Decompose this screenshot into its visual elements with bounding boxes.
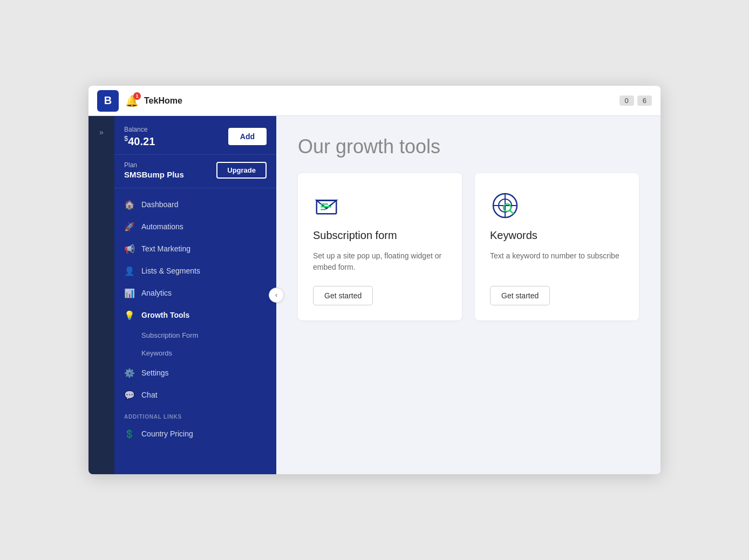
sidebar-subitem-keywords[interactable]: Keywords — [114, 344, 276, 362]
sidebar-item-lists-segments[interactable]: 👤 Lists & Segments — [114, 260, 276, 282]
subscription-form-card-icon — [313, 190, 343, 221]
subitem-label-keywords: Keywords — [141, 349, 172, 357]
add-balance-button[interactable]: Add — [228, 128, 267, 145]
bell-icon-wrap[interactable]: 🔔 1 — [125, 94, 139, 107]
sidebar-item-settings[interactable]: ⚙️ Settings — [114, 362, 276, 384]
sidebar-item-country-pricing[interactable]: 💲 Country Pricing — [114, 423, 276, 445]
sidebar-item-label-automations: Automations — [141, 222, 183, 231]
lists-segments-icon: 👤 — [124, 266, 135, 276]
plan-section: Plan SMSBump Plus Upgrade — [114, 155, 276, 188]
country-pricing-icon: 💲 — [124, 429, 135, 439]
narrow-sidebar: » — [88, 116, 114, 474]
plan-name: SMSBump Plus — [124, 170, 184, 179]
additional-links-label: Additional Links — [114, 406, 276, 423]
expand-icon[interactable]: » — [96, 125, 107, 140]
sidebar-item-label-text-marketing: Text Marketing — [141, 244, 190, 253]
workspace-title: TekHome — [144, 96, 619, 106]
subscription-form-get-started-button[interactable]: Get started — [313, 286, 373, 305]
main-layout: » Balance $40.21 Add Plan SMSBump Plus — [88, 116, 661, 474]
sidebar-nav: 🏠 Dashboard 🚀 Automations 📢 Text Marketi… — [114, 188, 276, 474]
keywords-get-started-button[interactable]: Get started — [490, 286, 550, 305]
chat-icon: 💬 — [124, 390, 135, 400]
text-marketing-icon: 📢 — [124, 244, 135, 254]
balance-amount: $40.21 — [124, 134, 155, 148]
app-logo: B — [97, 90, 119, 112]
automations-icon: 🚀 — [124, 222, 135, 232]
keywords-card-title: Keywords — [490, 229, 624, 242]
sidebar-item-label-dashboard: Dashboard — [141, 200, 179, 209]
sidebar-item-automations[interactable]: 🚀 Automations — [114, 216, 276, 238]
growth-tools-icon: 💡 — [124, 310, 135, 320]
app-window: B 🔔 1 TekHome 0 6 » Balance $40.21 — [88, 86, 661, 474]
bell-badge: 1 — [133, 92, 141, 100]
sidebar-item-chat[interactable]: 💬 Chat — [114, 384, 276, 406]
sidebar-item-label-settings: Settings — [141, 368, 169, 377]
sidebar: Balance $40.21 Add Plan SMSBump Plus Upg… — [114, 116, 276, 474]
svg-rect-5 — [321, 209, 326, 210]
sidebar-item-dashboard[interactable]: 🏠 Dashboard — [114, 194, 276, 216]
sidebar-item-growth-tools[interactable]: 💡 Growth Tools — [114, 304, 276, 326]
balance-info: Balance $40.21 — [124, 126, 155, 148]
svg-rect-3 — [321, 203, 328, 205]
sidebar-subitem-subscription-form[interactable]: Subscription Form — [114, 326, 276, 344]
sidebar-item-label-lists-segments: Lists & Segments — [141, 267, 200, 275]
sidebar-item-analytics[interactable]: 📊 Analytics — [114, 282, 276, 304]
sidebar-item-label-growth-tools: Growth Tools — [141, 311, 189, 319]
plan-label: Plan — [124, 161, 184, 169]
plan-info: Plan SMSBump Plus — [124, 161, 184, 179]
sidebar-collapse-button[interactable]: ‹ — [269, 288, 284, 303]
badge-six: 6 — [637, 95, 652, 106]
balance-section: Balance $40.21 Add — [114, 116, 276, 155]
top-bar-badges: 0 6 — [619, 95, 652, 106]
sidebar-item-label-analytics: Analytics — [141, 289, 172, 297]
subscription-form-card-desc: Set up a site pop up, floating widget or… — [313, 250, 447, 273]
main-content: Our growth tools — [276, 116, 661, 474]
card-keywords: Keywords Text a keyword to number to sub… — [475, 173, 639, 320]
keywords-card-icon — [490, 190, 520, 221]
sidebar-item-text-marketing[interactable]: 📢 Text Marketing — [114, 238, 276, 260]
top-bar: B 🔔 1 TekHome 0 6 — [88, 86, 661, 116]
subscription-form-card-title: Subscription form — [313, 229, 447, 242]
upgrade-button[interactable]: Upgrade — [216, 162, 267, 179]
dashboard-icon: 🏠 — [124, 200, 135, 210]
cards-grid: Subscription form Set up a site pop up, … — [298, 173, 639, 320]
page-title: Our growth tools — [298, 135, 639, 158]
sidebar-item-label-chat: Chat — [141, 391, 158, 399]
subitem-label-subscription-form: Subscription Form — [141, 331, 198, 339]
settings-icon: ⚙️ — [124, 368, 135, 378]
balance-label: Balance — [124, 126, 155, 133]
sidebar-item-label-country-pricing: Country Pricing — [141, 429, 193, 438]
card-subscription-form: Subscription form Set up a site pop up, … — [298, 173, 462, 320]
svg-rect-4 — [321, 206, 331, 208]
keywords-card-desc: Text a keyword to number to subscribe — [490, 250, 624, 273]
analytics-icon: 📊 — [124, 288, 135, 298]
svg-line-11 — [510, 210, 513, 214]
badge-zero: 0 — [619, 95, 634, 106]
